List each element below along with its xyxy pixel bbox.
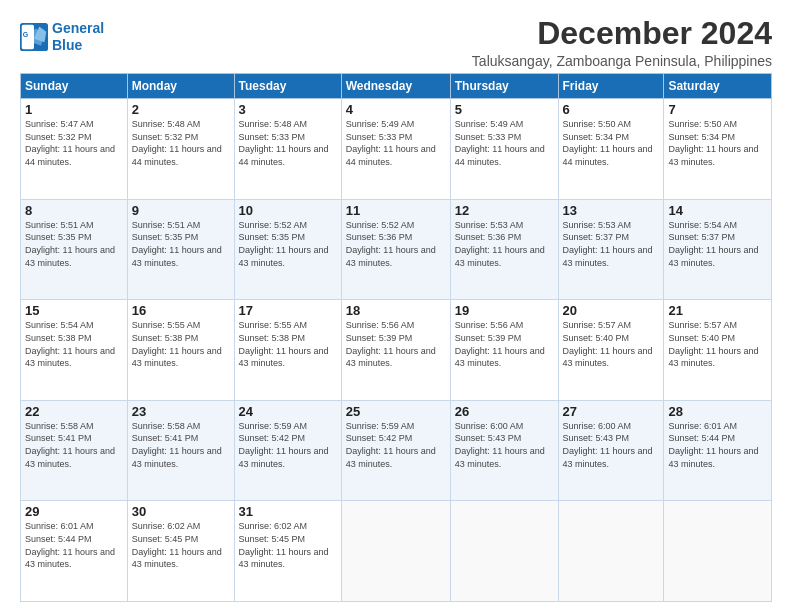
day-info: Sunrise: 6:01 AM Sunset: 5:44 PM Dayligh… xyxy=(25,520,123,570)
day-info: Sunrise: 6:00 AM Sunset: 5:43 PM Dayligh… xyxy=(455,420,554,470)
day-cell: 22 Sunrise: 5:58 AM Sunset: 5:41 PM Dayl… xyxy=(21,400,128,501)
svg-text:G: G xyxy=(23,31,29,38)
day-number: 17 xyxy=(239,303,337,318)
day-cell: 4 Sunrise: 5:49 AM Sunset: 5:33 PM Dayli… xyxy=(341,99,450,200)
day-cell: 11 Sunrise: 5:52 AM Sunset: 5:36 PM Dayl… xyxy=(341,199,450,300)
header-sunday: Sunday xyxy=(21,74,128,99)
day-cell: 31 Sunrise: 6:02 AM Sunset: 5:45 PM Dayl… xyxy=(234,501,341,602)
day-cell: 2 Sunrise: 5:48 AM Sunset: 5:32 PM Dayli… xyxy=(127,99,234,200)
day-info: Sunrise: 5:56 AM Sunset: 5:39 PM Dayligh… xyxy=(455,319,554,369)
day-number: 2 xyxy=(132,102,230,117)
logo-text: General Blue xyxy=(52,20,104,54)
day-cell: 7 Sunrise: 5:50 AM Sunset: 5:34 PM Dayli… xyxy=(664,99,772,200)
day-info: Sunrise: 5:48 AM Sunset: 5:33 PM Dayligh… xyxy=(239,118,337,168)
day-number: 11 xyxy=(346,203,446,218)
day-info: Sunrise: 5:48 AM Sunset: 5:32 PM Dayligh… xyxy=(132,118,230,168)
day-cell: 10 Sunrise: 5:52 AM Sunset: 5:35 PM Dayl… xyxy=(234,199,341,300)
day-cell: 21 Sunrise: 5:57 AM Sunset: 5:40 PM Dayl… xyxy=(664,300,772,401)
header-saturday: Saturday xyxy=(664,74,772,99)
week-row-4: 22 Sunrise: 5:58 AM Sunset: 5:41 PM Dayl… xyxy=(21,400,772,501)
day-info: Sunrise: 5:57 AM Sunset: 5:40 PM Dayligh… xyxy=(668,319,767,369)
day-info: Sunrise: 5:54 AM Sunset: 5:37 PM Dayligh… xyxy=(668,219,767,269)
day-cell: 26 Sunrise: 6:00 AM Sunset: 5:43 PM Dayl… xyxy=(450,400,558,501)
day-cell: 27 Sunrise: 6:00 AM Sunset: 5:43 PM Dayl… xyxy=(558,400,664,501)
day-number: 24 xyxy=(239,404,337,419)
day-info: Sunrise: 5:55 AM Sunset: 5:38 PM Dayligh… xyxy=(132,319,230,369)
day-number: 19 xyxy=(455,303,554,318)
day-cell xyxy=(664,501,772,602)
location-title: Taluksangay, Zamboanga Peninsula, Philip… xyxy=(472,53,772,69)
day-number: 27 xyxy=(563,404,660,419)
logo-line1: General xyxy=(52,20,104,36)
day-number: 31 xyxy=(239,504,337,519)
day-info: Sunrise: 5:50 AM Sunset: 5:34 PM Dayligh… xyxy=(668,118,767,168)
header-friday: Friday xyxy=(558,74,664,99)
day-number: 7 xyxy=(668,102,767,117)
title-block: December 2024 Taluksangay, Zamboanga Pen… xyxy=(472,16,772,69)
header-monday: Monday xyxy=(127,74,234,99)
day-cell: 5 Sunrise: 5:49 AM Sunset: 5:33 PM Dayli… xyxy=(450,99,558,200)
header-row: SundayMondayTuesdayWednesdayThursdayFrid… xyxy=(21,74,772,99)
day-cell: 8 Sunrise: 5:51 AM Sunset: 5:35 PM Dayli… xyxy=(21,199,128,300)
page: G General Blue December 2024 Taluksangay… xyxy=(0,0,792,612)
day-cell xyxy=(341,501,450,602)
logo-icon: G xyxy=(20,23,48,51)
day-number: 12 xyxy=(455,203,554,218)
day-number: 14 xyxy=(668,203,767,218)
day-cell: 25 Sunrise: 5:59 AM Sunset: 5:42 PM Dayl… xyxy=(341,400,450,501)
day-info: Sunrise: 5:51 AM Sunset: 5:35 PM Dayligh… xyxy=(25,219,123,269)
header-wednesday: Wednesday xyxy=(341,74,450,99)
day-cell xyxy=(450,501,558,602)
day-cell: 12 Sunrise: 5:53 AM Sunset: 5:36 PM Dayl… xyxy=(450,199,558,300)
day-info: Sunrise: 5:53 AM Sunset: 5:37 PM Dayligh… xyxy=(563,219,660,269)
header: G General Blue December 2024 Taluksangay… xyxy=(20,16,772,69)
day-info: Sunrise: 5:57 AM Sunset: 5:40 PM Dayligh… xyxy=(563,319,660,369)
day-info: Sunrise: 6:02 AM Sunset: 5:45 PM Dayligh… xyxy=(239,520,337,570)
day-info: Sunrise: 5:54 AM Sunset: 5:38 PM Dayligh… xyxy=(25,319,123,369)
day-number: 28 xyxy=(668,404,767,419)
day-cell xyxy=(558,501,664,602)
day-cell: 13 Sunrise: 5:53 AM Sunset: 5:37 PM Dayl… xyxy=(558,199,664,300)
day-number: 8 xyxy=(25,203,123,218)
day-info: Sunrise: 5:52 AM Sunset: 5:36 PM Dayligh… xyxy=(346,219,446,269)
logo-line2: Blue xyxy=(52,37,82,53)
day-info: Sunrise: 5:59 AM Sunset: 5:42 PM Dayligh… xyxy=(346,420,446,470)
week-row-2: 8 Sunrise: 5:51 AM Sunset: 5:35 PM Dayli… xyxy=(21,199,772,300)
day-number: 20 xyxy=(563,303,660,318)
day-number: 26 xyxy=(455,404,554,419)
day-number: 18 xyxy=(346,303,446,318)
day-cell: 20 Sunrise: 5:57 AM Sunset: 5:40 PM Dayl… xyxy=(558,300,664,401)
day-info: Sunrise: 5:58 AM Sunset: 5:41 PM Dayligh… xyxy=(132,420,230,470)
day-number: 21 xyxy=(668,303,767,318)
day-number: 15 xyxy=(25,303,123,318)
day-cell: 30 Sunrise: 6:02 AM Sunset: 5:45 PM Dayl… xyxy=(127,501,234,602)
logo: G General Blue xyxy=(20,20,104,54)
day-cell: 3 Sunrise: 5:48 AM Sunset: 5:33 PM Dayli… xyxy=(234,99,341,200)
day-cell: 6 Sunrise: 5:50 AM Sunset: 5:34 PM Dayli… xyxy=(558,99,664,200)
day-info: Sunrise: 5:49 AM Sunset: 5:33 PM Dayligh… xyxy=(455,118,554,168)
day-number: 13 xyxy=(563,203,660,218)
day-info: Sunrise: 5:58 AM Sunset: 5:41 PM Dayligh… xyxy=(25,420,123,470)
day-cell: 16 Sunrise: 5:55 AM Sunset: 5:38 PM Dayl… xyxy=(127,300,234,401)
day-number: 6 xyxy=(563,102,660,117)
day-number: 23 xyxy=(132,404,230,419)
day-info: Sunrise: 5:52 AM Sunset: 5:35 PM Dayligh… xyxy=(239,219,337,269)
day-number: 5 xyxy=(455,102,554,117)
day-cell: 14 Sunrise: 5:54 AM Sunset: 5:37 PM Dayl… xyxy=(664,199,772,300)
day-info: Sunrise: 5:59 AM Sunset: 5:42 PM Dayligh… xyxy=(239,420,337,470)
day-info: Sunrise: 5:56 AM Sunset: 5:39 PM Dayligh… xyxy=(346,319,446,369)
day-info: Sunrise: 5:49 AM Sunset: 5:33 PM Dayligh… xyxy=(346,118,446,168)
day-cell: 28 Sunrise: 6:01 AM Sunset: 5:44 PM Dayl… xyxy=(664,400,772,501)
day-cell: 9 Sunrise: 5:51 AM Sunset: 5:35 PM Dayli… xyxy=(127,199,234,300)
day-number: 29 xyxy=(25,504,123,519)
day-number: 1 xyxy=(25,102,123,117)
day-number: 4 xyxy=(346,102,446,117)
week-row-1: 1 Sunrise: 5:47 AM Sunset: 5:32 PM Dayli… xyxy=(21,99,772,200)
day-cell: 29 Sunrise: 6:01 AM Sunset: 5:44 PM Dayl… xyxy=(21,501,128,602)
day-info: Sunrise: 5:55 AM Sunset: 5:38 PM Dayligh… xyxy=(239,319,337,369)
day-number: 3 xyxy=(239,102,337,117)
day-info: Sunrise: 6:02 AM Sunset: 5:45 PM Dayligh… xyxy=(132,520,230,570)
day-cell: 19 Sunrise: 5:56 AM Sunset: 5:39 PM Dayl… xyxy=(450,300,558,401)
day-cell: 18 Sunrise: 5:56 AM Sunset: 5:39 PM Dayl… xyxy=(341,300,450,401)
day-number: 30 xyxy=(132,504,230,519)
